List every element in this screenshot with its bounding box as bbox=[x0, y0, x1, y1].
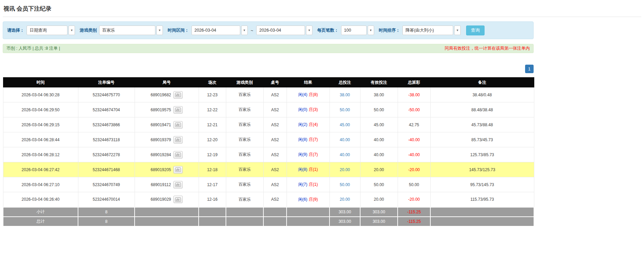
video-replay-icon[interactable] bbox=[173, 196, 183, 203]
banker-result: 庄(4) bbox=[309, 122, 318, 127]
total-bet-link[interactable]: 20.00 bbox=[340, 167, 350, 172]
video-replay-icon[interactable] bbox=[173, 136, 183, 144]
sort-order-input[interactable] bbox=[402, 26, 453, 35]
empty-cell bbox=[226, 217, 263, 226]
subtotal-valid-bet: 303.00 bbox=[360, 207, 398, 217]
banker-result: 庄(9) bbox=[309, 197, 318, 202]
col-game-type: 游戏类别 bbox=[226, 78, 263, 87]
time-cell: 2026-03-04 06:29:15 bbox=[3, 117, 78, 132]
remark-cell: 125.73/85.73 bbox=[430, 147, 534, 162]
total-bet-link[interactable]: 50.00 bbox=[340, 182, 350, 187]
grand-total-row: 总计 8 303.00 303.00 -115.25 bbox=[3, 217, 534, 226]
result-cell: 闲(8)庄(1) bbox=[287, 162, 329, 177]
total-bet-cell: 50.00 bbox=[329, 102, 360, 117]
col-total-bet: 总投注 bbox=[329, 78, 360, 87]
game-type-input[interactable] bbox=[99, 26, 155, 35]
total-bet-link[interactable]: 20.00 bbox=[340, 197, 350, 202]
game-type-cell: 百家乐 bbox=[226, 132, 263, 147]
time-cell: 2026-03-04 06:27:42 bbox=[3, 162, 78, 177]
payout-cell: -40.00 bbox=[398, 147, 430, 162]
video-replay-icon[interactable] bbox=[173, 106, 183, 114]
chevron-down-icon[interactable]: ▾ bbox=[241, 26, 248, 35]
video-replay-icon[interactable] bbox=[173, 166, 183, 174]
result-cell: 闲(0)庄(3) bbox=[287, 102, 329, 117]
bet-id-cell: 523244675770 bbox=[78, 87, 135, 102]
valid-bet-cell: 45.00 bbox=[360, 117, 398, 132]
remark-cell: 115.73/95.73 bbox=[430, 192, 534, 207]
player-result: 闲(9) bbox=[298, 152, 307, 157]
page: 视讯 会员下注纪录 请选择： ▾ 游戏类别 ▾ 时间区间： bbox=[0, 0, 644, 229]
page-size-input[interactable] bbox=[341, 26, 367, 35]
player-result: 闲(7) bbox=[298, 182, 307, 187]
filter-group-sort: 时间排序： ▾ bbox=[379, 26, 461, 35]
table-header: 时间 注单编号 局号 场次 游戏类别 桌号 结果 总投注 有效投注 总派彩 备注 bbox=[3, 78, 534, 87]
banker-result: 庄(7) bbox=[309, 137, 318, 142]
session-cell: 12-18 bbox=[199, 162, 226, 177]
subtotal-label: 小计 bbox=[3, 207, 78, 217]
empty-cell bbox=[263, 217, 287, 226]
empty-cell bbox=[199, 207, 226, 217]
result-cell: 闲(9)庄(7) bbox=[287, 147, 329, 162]
total-payout: -115.25 bbox=[398, 217, 430, 226]
table-row: 2026-03-04 06:26:40 523244670014 6890190… bbox=[3, 192, 534, 207]
total-bet-link[interactable]: 45.00 bbox=[340, 122, 350, 127]
total-bet-link[interactable]: 40.00 bbox=[340, 137, 350, 142]
chevron-down-icon[interactable]: ▾ bbox=[306, 26, 312, 35]
chevron-down-icon[interactable]: ▾ bbox=[454, 26, 461, 35]
col-round-id: 局号 bbox=[135, 78, 199, 87]
video-replay-icon[interactable] bbox=[173, 151, 183, 159]
session-cell: 12-19 bbox=[199, 147, 226, 162]
query-type-select: ▾ bbox=[27, 26, 75, 35]
session-cell: 12-23 bbox=[199, 87, 226, 102]
game-type-cell: 百家乐 bbox=[226, 162, 263, 177]
round-id-cell: 689019471 bbox=[135, 117, 199, 132]
remark-cell: 38.48/0.48 bbox=[430, 87, 534, 102]
search-button[interactable]: 查询 bbox=[466, 26, 485, 35]
round-id-value: 689019284 bbox=[151, 152, 171, 157]
table-no-cell: AS2 bbox=[263, 192, 287, 207]
round-id-value: 689019205 bbox=[151, 167, 171, 172]
total-bet-link[interactable]: 38.00 bbox=[340, 93, 350, 97]
chevron-down-icon[interactable]: ▾ bbox=[156, 26, 163, 35]
game-type-cell: 百家乐 bbox=[226, 147, 263, 162]
chevron-down-icon[interactable]: ▾ bbox=[68, 26, 75, 35]
total-bet-link[interactable]: 40.00 bbox=[340, 152, 350, 157]
subtotal-payout: -115.25 bbox=[398, 207, 430, 217]
banker-result: 庄(1) bbox=[309, 182, 318, 187]
subtotal-row: 小计 8 303.00 303.00 -115.25 bbox=[3, 207, 534, 217]
chevron-down-icon[interactable]: ▾ bbox=[368, 26, 374, 35]
bet-id-cell: 523244670014 bbox=[78, 192, 135, 207]
time-cell: 2026-03-04 06:29:50 bbox=[3, 102, 78, 117]
table-no-cell: AS2 bbox=[263, 162, 287, 177]
table-no-cell: AS2 bbox=[263, 147, 287, 162]
filter-bar: 请选择： ▾ 游戏类别 ▾ 时间区间： ▾ ~ bbox=[3, 21, 534, 39]
round-id-cell: 689019112 bbox=[135, 177, 199, 192]
video-replay-icon[interactable] bbox=[173, 91, 183, 99]
time-cell: 2026-03-04 06:27:10 bbox=[3, 177, 78, 192]
time-cell: 2026-03-04 06:30:28 bbox=[3, 87, 78, 102]
sort-order-label: 时间排序： bbox=[379, 28, 400, 33]
result-cell: 闲(4)庄(8) bbox=[287, 87, 329, 102]
total-bet-link[interactable]: 50.00 bbox=[340, 108, 350, 112]
subtotal-count: 8 bbox=[78, 207, 135, 217]
video-replay-icon[interactable] bbox=[173, 181, 183, 188]
video-replay-icon[interactable] bbox=[173, 121, 183, 129]
date-from-input[interactable] bbox=[191, 26, 240, 35]
col-payout: 总派彩 bbox=[398, 78, 430, 87]
payout-cell: 50.00 bbox=[398, 177, 430, 192]
col-remark: 备注 bbox=[430, 78, 534, 87]
remark-cell: 145.73/125.73 bbox=[430, 162, 534, 177]
page-button-1[interactable]: 1 bbox=[525, 65, 534, 73]
subtotal-total-bet: 303.00 bbox=[329, 207, 360, 217]
time-range-label: 时间区间： bbox=[168, 28, 189, 33]
valid-bet-cell: 20.00 bbox=[360, 192, 398, 207]
banker-result: 庄(1) bbox=[309, 167, 318, 172]
banker-result: 庄(8) bbox=[309, 92, 318, 97]
date-to-input[interactable] bbox=[256, 26, 305, 35]
banker-result: 庄(3) bbox=[309, 107, 318, 112]
valid-bet-notice: 同局有效投注，统一计算在该局第一张注单内 bbox=[445, 46, 530, 51]
table-no-cell: AS2 bbox=[263, 132, 287, 147]
result-cell: 闲(8)庄(7) bbox=[287, 132, 329, 147]
session-cell: 12-21 bbox=[199, 117, 226, 132]
query-type-input[interactable] bbox=[27, 26, 67, 35]
